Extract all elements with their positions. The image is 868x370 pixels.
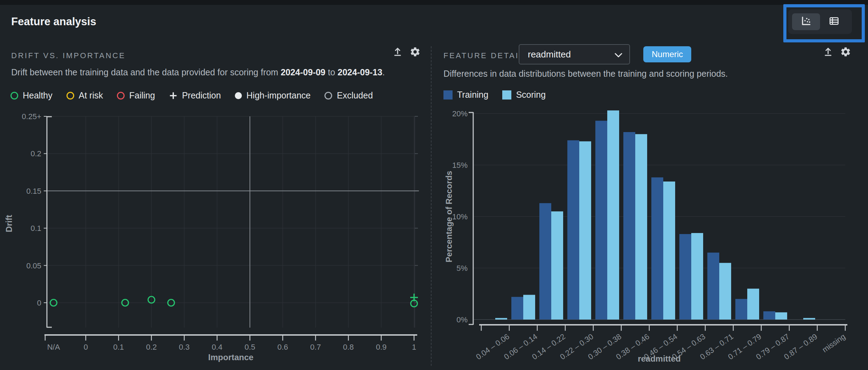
drift-vs-importance-chart[interactable]: 0.25+0.20.150.10.050N/A00.10.20.30.40.50… [0,112,432,370]
scoring-bar [747,289,759,320]
training-bar [707,253,719,320]
x-tick-label: 0 [84,343,88,351]
scoring-to-date: 2024-09-13 [338,67,383,77]
view-toggle-group [788,9,852,34]
scoring-from-date: 2024-09-09 [281,67,326,77]
legend-item-scoring[interactable]: Scoring [502,90,546,100]
square-icon [443,90,453,100]
drift-panel-header: DRIFT VS. IMPORTANCE [11,51,126,60]
circle-outline-icon [117,92,125,100]
x-tick-label: N/A [47,343,60,351]
circle-filled-icon [235,92,242,99]
feature-panel-header: FEATURE DETAILS [443,51,531,60]
x-tick-label: 1 [412,343,416,351]
legend-item-excluded[interactable]: Excluded [324,90,373,101]
scoring-bar [495,318,507,320]
legend-label: Training [457,90,488,100]
feature-select[interactable]: readmitted [519,44,630,64]
scoring-bar [803,318,815,320]
training-bar [595,121,607,320]
feature-select-value: readmitted [528,49,571,60]
drift-export-button[interactable] [391,46,404,59]
y-tick-label: 0.2 [30,149,41,158]
circle-outline-icon [324,92,332,100]
legend-item-at-risk[interactable]: At risk [66,90,103,101]
legend-label: High-importance [246,90,310,101]
x-tick-label: 0.3 [179,343,190,351]
x-tick-label: 0.7 [310,343,321,351]
x-tick-label: missing [820,332,847,354]
legend-label: Failing [129,90,155,101]
y-axis-title: Percentage of Records [444,171,454,262]
legend-item-high-importance[interactable]: High-importance [235,90,310,101]
x-tick-label: 0.8 [343,343,354,351]
feature-legend: TrainingScoring [443,90,546,100]
y-tick-label: 20% [452,109,468,118]
plus-icon [169,91,177,100]
x-tick-label: 0.9 [376,343,387,351]
drift-description: Drift between the training data and the … [11,67,385,77]
square-icon [502,90,511,100]
feature-export-button[interactable] [822,46,834,59]
circle-outline-icon [10,92,18,100]
scoring-bar [663,181,675,320]
y-axis-title: Drift [4,215,14,232]
export-icon [392,46,404,59]
gear-icon [410,46,421,59]
chart-view-button[interactable] [792,13,820,30]
table-icon [828,15,840,28]
drift-settings-button[interactable] [409,46,421,59]
y-tick-label: 0 [37,299,41,307]
x-axis-title: Importance [208,352,253,362]
top-strip [0,0,868,5]
y-tick-label: 0.1 [30,224,41,233]
drift-legend: HealthyAt riskFailingPredictionHigh-impo… [10,90,373,101]
x-tick-label: 0.4 [212,343,223,351]
y-tick-label: 0.05 [26,261,41,270]
page-title: Feature analysis [11,15,96,28]
y-tick-label: 0% [456,315,468,324]
x-tick-label: 0.5 [245,343,255,351]
feature-type-badge: Numeric [643,46,691,62]
x-axis-title: readmitted [638,354,681,363]
table-view-button[interactable] [820,13,848,30]
legend-item-prediction[interactable]: Prediction [169,90,221,101]
scoring-bar [579,141,591,320]
scoring-bar [635,134,647,320]
drift-description-suffix: . [382,67,385,77]
legend-item-failing[interactable]: Failing [117,90,155,101]
scoring-bar [551,211,563,320]
y-tick-label: 10% [452,212,468,221]
legend-item-healthy[interactable]: Healthy [10,90,52,101]
feature-settings-button[interactable] [839,46,852,59]
legend-label: Scoring [516,90,546,100]
training-bar [511,297,523,320]
legend-label: Prediction [182,90,221,101]
legend-item-training[interactable]: Training [443,90,488,100]
training-bar [679,234,691,320]
scoring-bar [775,312,787,320]
feature-distribution-chart[interactable]: 20%15%10%5%0%0.04 – 0.060.06 – 0.140.14 … [443,105,868,370]
legend-label: Excluded [337,90,373,101]
training-bar [623,132,635,320]
feature-description: Differences in data distributions betwee… [443,69,728,79]
x-axis [44,334,417,336]
scoring-bar [523,295,535,320]
y-tick-label: 5% [456,264,468,273]
training-bar [763,311,775,320]
scoring-bar [607,110,619,320]
legend-label: Healthy [23,90,52,101]
training-bar [567,140,579,320]
scatter-chart-icon [800,15,812,28]
scoring-bar [691,233,703,320]
training-bar [539,203,551,320]
chevron-down-icon [615,49,622,60]
y-tick-label: 0.15 [26,187,41,196]
training-bar [651,177,663,320]
training-bar [735,299,747,320]
x-tick-label: 0.2 [146,343,157,351]
gear-icon [840,46,851,59]
x-axis [479,324,847,326]
y-tick-label: 0.25+ [22,112,41,121]
scoring-bar [719,263,731,320]
